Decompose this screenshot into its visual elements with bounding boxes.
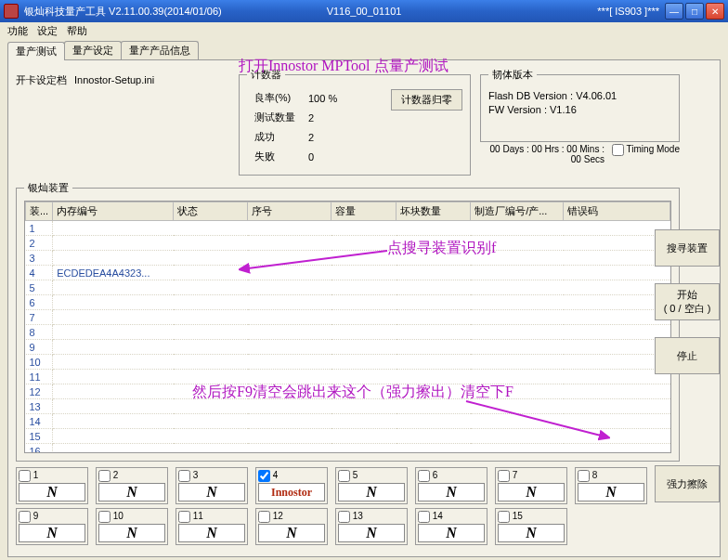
menu-func[interactable]: 功能	[7, 24, 28, 38]
col-capacity[interactable]: 容量	[332, 202, 396, 221]
slot-checkbox-label[interactable]: 14	[418, 511, 485, 523]
table-row[interactable]: 8	[26, 325, 670, 340]
table-row[interactable]: 16	[26, 444, 670, 454]
table-row[interactable]: 10	[26, 355, 670, 370]
table-row[interactable]: 6	[26, 295, 670, 310]
slot-checkbox[interactable]	[178, 511, 190, 523]
col-memory[interactable]: 内存编号	[53, 202, 174, 221]
table-row[interactable]: 14	[26, 414, 670, 429]
col-status[interactable]: 状态	[174, 202, 248, 221]
col-badblk[interactable]: 坏块数量	[396, 202, 471, 221]
table-row[interactable]: 3	[26, 251, 670, 266]
tab-mp-info[interactable]: 量产产品信息	[121, 41, 199, 59]
col-serial[interactable]: 序号	[248, 202, 332, 221]
slot-checkbox[interactable]	[498, 511, 510, 523]
tab-mp-test[interactable]: 量产测试	[7, 42, 65, 60]
slot-checkbox-label[interactable]: 15	[498, 511, 565, 523]
table-row[interactable]: 7	[26, 310, 670, 325]
maximize-button[interactable]: □	[685, 3, 704, 20]
slot-checkbox-label[interactable]: 6	[418, 470, 485, 482]
slot-checkbox[interactable]	[498, 470, 510, 482]
slot-checkbox-label[interactable]: 11	[178, 511, 245, 523]
cell	[471, 280, 564, 295]
cell	[248, 236, 332, 251]
slot-checkbox-label[interactable]: 2	[98, 470, 165, 482]
cell	[396, 399, 471, 414]
row-number: 15	[26, 429, 53, 444]
elapsed-time: 00 Days : 00 Hrs : 00 Mins : 00 Secs	[490, 144, 604, 164]
row-number: 10	[26, 355, 53, 370]
slot-checkbox[interactable]	[338, 511, 350, 523]
cell	[53, 340, 174, 355]
menu-set[interactable]: 设定	[37, 24, 58, 38]
slot-face: N	[418, 524, 485, 542]
close-button[interactable]: ✕	[706, 3, 724, 20]
minimize-button[interactable]: —	[665, 3, 683, 20]
counter-reset-button[interactable]: 计数器归零	[391, 89, 462, 111]
cell	[396, 355, 471, 370]
col-errcode[interactable]: 错误码	[564, 202, 670, 221]
col-slot[interactable]: 装...	[26, 202, 53, 221]
slot-checkbox[interactable]	[19, 470, 31, 482]
col-mfr[interactable]: 制造厂编号/产...	[471, 202, 564, 221]
slot-checkbox[interactable]	[418, 470, 430, 482]
force-erase-button[interactable]: 强力擦除	[655, 465, 720, 502]
slot-checkbox-label[interactable]: 12	[258, 511, 325, 523]
table-row[interactable]: 13	[26, 399, 670, 414]
app-icon	[4, 4, 19, 19]
slot-checkbox-label[interactable]: 13	[338, 511, 405, 523]
row-number: 9	[26, 340, 53, 355]
cell	[396, 280, 471, 295]
table-row[interactable]: 4ECDEDEA4A4323...	[26, 266, 670, 280]
menu-bar: 功能 设定 帮助	[0, 22, 728, 39]
slot-checkbox-label[interactable]: 10	[98, 511, 165, 523]
slot-face: N	[338, 483, 405, 501]
slot-5: 5N	[335, 467, 408, 504]
slot-face: N	[178, 524, 245, 542]
stop-button[interactable]: 停止	[655, 337, 720, 374]
cell	[248, 444, 332, 454]
slot-checkbox[interactable]	[178, 470, 190, 482]
cell	[332, 414, 396, 429]
slot-face: N	[19, 524, 85, 542]
slot-checkbox-label[interactable]: 9	[19, 511, 85, 523]
cell	[174, 399, 248, 414]
slot-checkbox-label[interactable]: 5	[338, 470, 405, 482]
slot-checkbox-label[interactable]: 4	[258, 470, 325, 482]
cell	[332, 266, 396, 280]
slot-checkbox[interactable]	[418, 511, 430, 523]
fail-label: 失败	[249, 148, 301, 165]
find-device-button[interactable]: 搜寻装置	[655, 229, 720, 267]
slot-11: 11N	[176, 508, 248, 545]
table-row[interactable]: 9	[26, 340, 670, 355]
slot-face: N	[178, 483, 245, 501]
cell	[53, 280, 174, 295]
slot-checkbox[interactable]	[258, 470, 270, 482]
menu-help[interactable]: 帮助	[67, 24, 87, 38]
start-button[interactable]: 开始 ( 0 / 空白 )	[655, 283, 720, 320]
table-row[interactable]: 1	[26, 221, 670, 236]
memory-id-cell: ECDEDEA4A4323...	[53, 266, 174, 280]
slot-checkbox-label[interactable]: 7	[498, 470, 565, 482]
table-row[interactable]: 12	[26, 384, 670, 399]
timing-mode-check[interactable]: Timing Mode	[612, 144, 680, 156]
slot-checkbox[interactable]	[98, 511, 110, 523]
slot-checkbox-label[interactable]: 1	[19, 470, 85, 482]
slot-face-innostor: Innostor	[258, 483, 325, 501]
slot-checkbox[interactable]	[338, 470, 350, 482]
table-row[interactable]: 2	[26, 236, 670, 251]
cell	[471, 384, 564, 399]
slot-checkbox[interactable]	[258, 511, 270, 523]
slot-checkbox-label[interactable]: 3	[178, 470, 245, 482]
slot-checkbox[interactable]	[578, 470, 590, 482]
cell	[248, 429, 332, 444]
table-row[interactable]: 15	[26, 429, 670, 444]
tab-mp-settings[interactable]: 量产设定	[64, 41, 122, 59]
firmware-group: 韧体版本 Flash DB Version : V4.06.01 FW Vers…	[480, 68, 680, 142]
slot-checkbox[interactable]	[98, 470, 110, 482]
table-row[interactable]: 11	[26, 370, 670, 384]
slot-checkbox[interactable]	[19, 511, 31, 523]
cell	[248, 221, 332, 236]
slot-checkbox-label[interactable]: 8	[578, 470, 644, 482]
table-row[interactable]: 5	[26, 280, 670, 295]
